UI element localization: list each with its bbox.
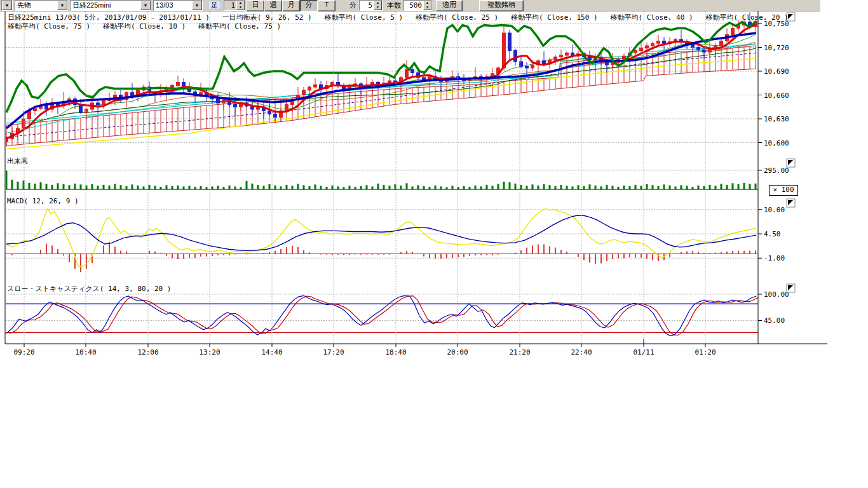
volume-bar	[166, 185, 168, 189]
candle-body	[634, 51, 637, 53]
chart-title-line1: 日経225mini 13/03( 5分, 2013/01/09 - 2013/0…	[8, 13, 789, 22]
volume-bar	[326, 187, 328, 189]
volume-bar	[69, 185, 71, 189]
candle-body	[85, 109, 88, 112]
price-axis-label: 10,690	[764, 67, 789, 76]
pane-restore-icon[interactable]	[787, 199, 795, 207]
volume-bar	[435, 186, 437, 189]
volume-bar	[6, 171, 8, 189]
volume-bar	[509, 182, 511, 189]
price-axis-label: 10,630	[764, 115, 789, 123]
volume-bar	[452, 186, 454, 189]
volume-bar	[612, 186, 614, 189]
volume-bar	[549, 185, 551, 189]
volume-bar	[595, 186, 597, 189]
candle-body	[268, 111, 271, 114]
volume-bar	[366, 185, 368, 189]
volume-bar	[732, 183, 734, 189]
macd-axis-label: 4.50	[764, 230, 781, 238]
volume-bar	[126, 186, 128, 189]
volume-bar	[269, 184, 271, 189]
volume-bar	[263, 186, 265, 189]
volume-bar	[377, 184, 379, 189]
volume-bar	[143, 186, 145, 189]
candle-body	[314, 85, 317, 87]
volume-bar	[46, 184, 48, 189]
volume-bar	[80, 184, 82, 189]
volume-bar	[726, 185, 728, 189]
volume-bar	[600, 186, 602, 189]
volume-bar	[498, 184, 499, 189]
volume-bar	[686, 186, 688, 189]
time-axis-label: 21:20	[509, 348, 530, 356]
stoch-axis-label: 100.00	[764, 290, 789, 299]
candle-body	[222, 100, 226, 103]
volume-bar	[698, 186, 700, 189]
volume-bar	[406, 183, 408, 189]
volume-bar	[252, 184, 254, 189]
candle-body	[651, 43, 654, 46]
candle-body	[566, 53, 569, 55]
volume-bar	[280, 186, 282, 189]
volume-bar	[755, 184, 757, 189]
volume-bar	[646, 184, 648, 189]
candle-body	[102, 100, 105, 104]
volume-bar	[246, 181, 248, 189]
volume-bar	[194, 187, 196, 189]
candle-body	[640, 48, 643, 51]
volume-bar	[469, 187, 471, 189]
time-axis-label: 20:00	[447, 348, 468, 356]
stoch-pane-label: スロー・ストキャスティクス( 14, 3, 80, 20 )	[7, 285, 171, 293]
pane-restore-icon[interactable]	[787, 159, 795, 167]
volume-bar	[257, 185, 259, 189]
candle-body	[514, 51, 517, 62]
volume-bar	[566, 186, 568, 189]
pane-restore-icon[interactable]	[787, 284, 795, 292]
volume-bar	[703, 186, 705, 189]
candle-body	[503, 33, 506, 68]
candle-body	[554, 57, 557, 60]
candle-body	[45, 105, 48, 109]
candle-body	[560, 55, 563, 57]
chart-canvas[interactable]: 10,75010,72010,69010,66010,63010,600295.…	[0, 0, 868, 488]
volume-bar	[578, 185, 580, 189]
macd-plot-area[interactable]	[6, 196, 758, 281]
macd-pane[interactable]	[6, 196, 758, 281]
volume-bar	[337, 186, 339, 189]
volume-bar	[132, 184, 133, 189]
price-pane[interactable]	[5, 11, 759, 156]
volume-bar	[320, 186, 322, 189]
volume-bar	[212, 186, 214, 189]
vol-plot-area[interactable]	[6, 156, 758, 189]
volume-bar	[189, 186, 191, 189]
time-axis-label: 09:20	[13, 348, 34, 356]
time-axis-label: 10:40	[75, 348, 96, 356]
volume-bar	[641, 186, 642, 189]
candle-body	[526, 67, 529, 69]
volume-bar	[217, 186, 219, 189]
candle-body	[308, 87, 311, 90]
volume-bar	[332, 186, 334, 189]
candle-body	[217, 99, 220, 103]
volume-bar	[109, 186, 111, 189]
price-axis-label: 10,720	[764, 44, 789, 52]
volume-bar	[297, 184, 299, 189]
volume-bar	[286, 185, 288, 189]
time-axis-label: 01/11	[633, 348, 654, 356]
vol-pane[interactable]	[6, 156, 759, 189]
volume-bar	[543, 184, 545, 189]
volume-axis-label: 295.00	[764, 166, 789, 175]
time-axis-label: 13:20	[199, 348, 220, 356]
volume-pane-label: 出来高	[7, 157, 28, 165]
volume-bar	[240, 187, 242, 189]
volume-bar	[103, 185, 105, 189]
volume-bar	[635, 185, 637, 189]
volume-multiplier-badge: × 100	[769, 185, 798, 196]
volume-bar	[583, 186, 585, 189]
volume-bar	[681, 185, 682, 189]
volume-bar	[149, 185, 151, 189]
time-axis-label: 22:40	[571, 348, 592, 356]
volume-bar	[154, 186, 156, 189]
macd-axis-label: -1.00	[764, 254, 785, 262]
volume-bar	[172, 186, 173, 189]
